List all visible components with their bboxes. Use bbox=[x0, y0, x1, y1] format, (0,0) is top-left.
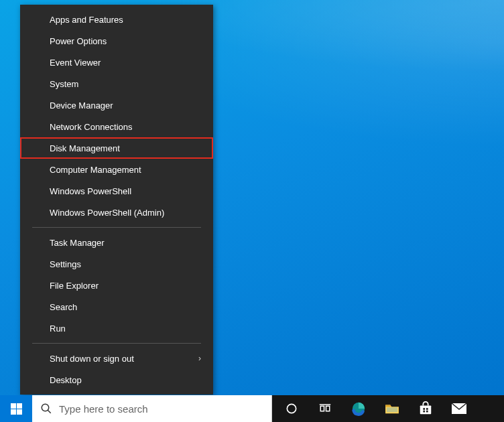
svg-rect-8 bbox=[420, 405, 432, 414]
menu-windows-powershell[interactable]: Windows PowerShell bbox=[20, 180, 213, 202]
menu-shut-down-sign-out[interactable]: Shut down or sign out› bbox=[20, 348, 213, 369]
taskbar: Type here to search bbox=[0, 395, 504, 422]
menu-item-label: System bbox=[50, 79, 78, 89]
menu-item-label: Windows PowerShell bbox=[50, 186, 131, 196]
svg-rect-3 bbox=[320, 406, 324, 411]
menu-separator bbox=[32, 343, 201, 344]
chevron-right-icon: › bbox=[198, 354, 201, 363]
svg-point-0 bbox=[42, 404, 49, 411]
mail-icon bbox=[451, 403, 467, 415]
svg-rect-7 bbox=[387, 407, 397, 412]
menu-item-label: Event Viewer bbox=[50, 58, 101, 68]
menu-file-explorer[interactable]: File Explorer bbox=[20, 275, 213, 296]
taskbar-app-mail[interactable] bbox=[444, 395, 475, 422]
menu-item-label: Search bbox=[50, 302, 77, 312]
menu-item-label: File Explorer bbox=[50, 281, 99, 291]
menu-power-options[interactable]: Power Options bbox=[20, 30, 213, 52]
menu-settings[interactable]: Settings bbox=[20, 253, 213, 275]
svg-line-1 bbox=[48, 410, 51, 413]
svg-rect-4 bbox=[326, 406, 330, 411]
winx-context-menu: Apps and FeaturesPower OptionsEvent View… bbox=[20, 5, 213, 395]
menu-item-label: Apps and Features bbox=[50, 15, 123, 25]
menu-item-label: Run bbox=[50, 324, 66, 334]
search-icon bbox=[40, 403, 52, 415]
menu-apps-and-features[interactable]: Apps and Features bbox=[20, 9, 213, 30]
menu-device-manager[interactable]: Device Manager bbox=[20, 94, 213, 116]
svg-rect-9 bbox=[423, 408, 425, 410]
menu-item-label: Computer Management bbox=[50, 165, 141, 175]
menu-run[interactable]: Run bbox=[20, 318, 213, 339]
menu-system[interactable]: System bbox=[20, 73, 213, 94]
menu-item-label: Disk Management bbox=[50, 143, 120, 153]
folder-icon bbox=[385, 403, 399, 415]
menu-search[interactable]: Search bbox=[20, 296, 213, 318]
menu-task-manager[interactable]: Task Manager bbox=[20, 232, 213, 253]
menu-network-connections[interactable]: Network Connections bbox=[20, 116, 213, 137]
taskbar-search-box[interactable]: Type here to search bbox=[32, 395, 272, 422]
task-view-icon bbox=[318, 403, 332, 415]
menu-windows-powershell-admin[interactable]: Windows PowerShell (Admin) bbox=[20, 202, 213, 223]
taskbar-app-edge[interactable] bbox=[343, 395, 374, 422]
store-icon bbox=[418, 401, 433, 416]
taskbar-app-file-explorer[interactable] bbox=[377, 395, 407, 422]
svg-rect-12 bbox=[426, 411, 428, 413]
svg-point-2 bbox=[287, 404, 296, 413]
menu-item-label: Network Connections bbox=[50, 122, 133, 132]
menu-item-label: Settings bbox=[50, 259, 81, 269]
search-placeholder: Type here to search bbox=[59, 403, 148, 415]
menu-item-label: Power Options bbox=[50, 36, 107, 46]
menu-separator bbox=[32, 227, 201, 228]
menu-item-label: Desktop bbox=[50, 375, 82, 385]
start-button[interactable] bbox=[0, 395, 32, 422]
menu-item-label: Windows PowerShell (Admin) bbox=[50, 208, 164, 218]
menu-item-label: Task Manager bbox=[50, 238, 105, 248]
menu-item-label: Shut down or sign out bbox=[50, 354, 134, 364]
menu-item-label: Device Manager bbox=[50, 100, 113, 111]
svg-rect-11 bbox=[423, 411, 425, 413]
taskbar-app-store[interactable] bbox=[410, 395, 441, 422]
menu-computer-management[interactable]: Computer Management bbox=[20, 159, 213, 180]
cortana-icon bbox=[285, 402, 298, 415]
taskbar-pinned-area bbox=[272, 395, 504, 422]
menu-event-viewer[interactable]: Event Viewer bbox=[20, 52, 213, 73]
edge-icon bbox=[351, 401, 366, 416]
svg-rect-10 bbox=[426, 408, 428, 410]
cortana-button[interactable] bbox=[276, 395, 307, 422]
task-view-button[interactable] bbox=[310, 395, 340, 422]
menu-desktop[interactable]: Desktop bbox=[20, 369, 213, 391]
menu-disk-management[interactable]: Disk Management bbox=[20, 137, 213, 159]
windows-logo-icon bbox=[11, 403, 22, 415]
